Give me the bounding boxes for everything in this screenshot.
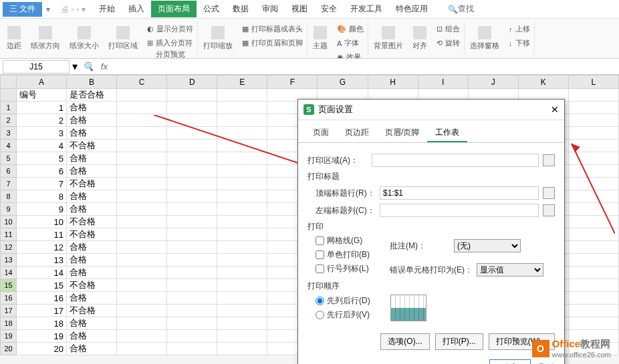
cell[interactable]	[167, 114, 217, 127]
cell[interactable]: 合格	[67, 343, 117, 355]
cell[interactable]	[167, 305, 217, 317]
cell[interactable]	[217, 190, 267, 203]
cell[interactable]	[167, 279, 217, 292]
tab-formula[interactable]: 公式	[197, 1, 226, 17]
cell[interactable]	[117, 228, 167, 241]
cell[interactable]	[167, 178, 217, 190]
cell[interactable]: 19	[17, 330, 67, 343]
row-header[interactable]: 12	[1, 241, 17, 254]
row-header[interactable]: 16	[1, 292, 17, 305]
cell[interactable]	[117, 140, 167, 152]
dialog-titlebar[interactable]: S 页面设置 ✕	[298, 100, 564, 120]
align-button[interactable]: 对齐	[408, 25, 431, 52]
tab-data[interactable]: 数据	[226, 1, 255, 17]
row-header[interactable]: 8	[1, 190, 17, 203]
tab-review[interactable]: 审阅	[255, 1, 285, 17]
cell[interactable]: 不合格	[67, 305, 117, 317]
cell[interactable]	[117, 114, 167, 127]
gridlines-checkbox[interactable]: 网格线(G)	[316, 235, 370, 246]
colors-button[interactable]: 🎨 颜色	[336, 23, 365, 35]
insert-break-button[interactable]: ⊞ 插入分页符	[146, 37, 195, 49]
cell[interactable]	[568, 203, 618, 216]
order-down-radio[interactable]: 先列后行(D)	[316, 295, 370, 307]
cell[interactable]	[167, 140, 217, 152]
cell[interactable]	[568, 228, 618, 241]
cell[interactable]: 不合格	[67, 228, 117, 241]
cell[interactable]	[117, 254, 167, 266]
row-header[interactable]: 9	[1, 203, 17, 216]
col-header[interactable]: J	[468, 75, 518, 89]
cell[interactable]	[117, 102, 167, 114]
cell[interactable]	[167, 266, 217, 279]
cell[interactable]	[167, 330, 217, 343]
cell[interactable]	[117, 305, 167, 317]
cell[interactable]	[568, 178, 618, 190]
row-header[interactable]: 15	[1, 279, 17, 292]
cell[interactable]: 合格	[67, 165, 117, 178]
col-header[interactable]: D	[167, 75, 217, 89]
col-header[interactable]: G	[318, 75, 368, 89]
cell[interactable]: 合格	[67, 254, 117, 266]
cell[interactable]	[217, 114, 267, 127]
cell[interactable]: 18	[17, 317, 67, 330]
cell[interactable]: 14	[17, 266, 67, 279]
cell[interactable]	[167, 241, 217, 254]
tab-security[interactable]: 安全	[314, 1, 344, 17]
cell[interactable]	[568, 216, 618, 228]
fonts-button[interactable]: A 字体	[336, 37, 365, 49]
cell[interactable]	[217, 165, 267, 178]
col-header[interactable]: C	[117, 75, 167, 89]
col-header[interactable]: F	[267, 75, 318, 89]
cell[interactable]: 合格	[67, 127, 117, 140]
cell[interactable]	[217, 241, 267, 254]
tab-sheet[interactable]: 工作表	[427, 124, 467, 142]
tab-header-footer[interactable]: 页眉/页脚	[377, 124, 427, 142]
select-all-corner[interactable]	[1, 75, 17, 89]
cell[interactable]	[568, 292, 618, 305]
orientation-button[interactable]: 纸张方向	[27, 25, 64, 52]
cell[interactable]: 合格	[67, 330, 117, 343]
tab-margins[interactable]: 页边距	[337, 124, 377, 142]
cell[interactable]	[217, 178, 267, 190]
cell[interactable]	[117, 279, 167, 292]
cell[interactable]: 合格	[67, 190, 117, 203]
cell[interactable]	[217, 89, 267, 102]
cell[interactable]	[568, 241, 618, 254]
print-area-button[interactable]: 打印区域	[104, 25, 142, 52]
cell[interactable]	[117, 266, 167, 279]
row-header[interactable]: 7	[1, 178, 17, 190]
row-header[interactable]	[1, 89, 17, 102]
cell[interactable]	[217, 127, 267, 140]
col-header[interactable]: L	[568, 75, 618, 89]
cell[interactable]: 合格	[67, 317, 117, 330]
group-button[interactable]: ⊡ 组合	[435, 23, 461, 35]
cell[interactable]	[117, 343, 167, 355]
row-header[interactable]: 11	[1, 228, 17, 241]
ok-button[interactable]: 确定	[489, 359, 531, 364]
file-menu[interactable]: 三 文件	[3, 2, 42, 17]
cell[interactable]: 4	[17, 140, 67, 152]
cell[interactable]	[167, 254, 217, 266]
cell[interactable]	[568, 266, 618, 279]
col-header[interactable]: B	[67, 75, 117, 89]
name-box-dropdown-icon[interactable]: ▾	[72, 60, 78, 73]
range-picker-icon[interactable]	[543, 154, 555, 166]
cell[interactable]: 11	[17, 228, 67, 241]
cell[interactable]	[117, 241, 167, 254]
cell[interactable]: 17	[17, 305, 67, 317]
cell[interactable]	[568, 254, 618, 266]
cell[interactable]: 1	[17, 102, 67, 114]
cell[interactable]	[117, 216, 167, 228]
cell[interactable]	[117, 178, 167, 190]
cell[interactable]: 合格	[67, 266, 117, 279]
rotate-button[interactable]: ⟲ 旋转	[435, 37, 461, 49]
cell[interactable]	[568, 102, 618, 114]
cell[interactable]: 不合格	[67, 279, 117, 292]
toolbar-icons[interactable]: 🖨 ▫ ▫ ▾	[54, 5, 92, 14]
cell[interactable]	[167, 152, 217, 165]
cell[interactable]	[167, 127, 217, 140]
move-up-button[interactable]: ↑ 上移	[507, 23, 531, 35]
cell[interactable]: 合格	[67, 102, 117, 114]
range-picker-icon[interactable]	[543, 187, 555, 199]
cell[interactable]	[568, 305, 618, 317]
